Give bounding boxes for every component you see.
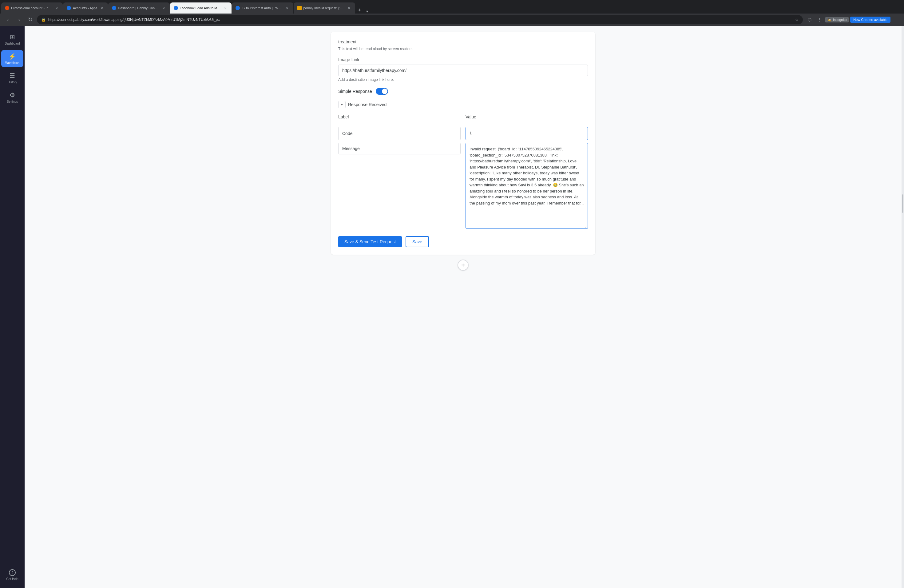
sidebar-item-get-help[interactable]: ? Get Help (1, 567, 24, 583)
message-value-textarea[interactable] (466, 143, 588, 229)
new-tab-button[interactable]: + (356, 7, 364, 14)
help-icon: ? (9, 569, 16, 576)
form-actions: Save & Send Test Request Save (338, 236, 588, 247)
tab-favicon (235, 6, 240, 10)
response-received-row: ▾ Response Received (338, 101, 588, 108)
dashboard-icon: ⊞ (10, 33, 15, 41)
tab-favicon (5, 6, 9, 10)
address-bar: ‹ › ↻ 🔒 https://connect.pabbly.com/workf… (0, 14, 904, 26)
incognito-icon: 🕵 (827, 18, 832, 22)
tab-ig-pinterest[interactable]: IG to Pinterest Auto | Pabb... ✕ (232, 2, 293, 14)
message-row (338, 143, 588, 229)
tab-favicon (297, 6, 302, 10)
chrome-menu-button[interactable]: ⋮ (892, 15, 900, 24)
tab-facebook-lead-ads[interactable]: Facebook Lead Ads to Ma... ✕ (170, 2, 232, 14)
label-value-headers: Label Value (338, 114, 588, 122)
save-send-test-button[interactable]: Save & Send Test Request (338, 236, 402, 247)
sidebar-item-label: Workflows (5, 61, 19, 65)
image-link-helper: Add a destination image link here. (338, 77, 588, 82)
truncated-text: treatment. (338, 40, 588, 44)
main-content: treatment. This text will be read aloud … (25, 26, 902, 588)
tab-bar: Professional account • Ins... ✕ Accounts… (0, 0, 904, 14)
app-layout: ⊞ Dashboard ⚡ Workflows ☰ History ⚙ Sett… (0, 26, 904, 588)
tab-label: Professional account • Ins... (11, 6, 52, 10)
menu-button[interactable]: ⋮ (815, 15, 824, 24)
simple-response-label: Simple Response (338, 89, 372, 94)
bottom-add-section: + (331, 254, 595, 275)
tab-close-button[interactable]: ✕ (54, 6, 59, 11)
tab-close-button[interactable]: ✕ (285, 6, 290, 11)
add-step-button[interactable]: + (458, 259, 469, 270)
image-link-input[interactable] (338, 65, 588, 76)
url-bar[interactable]: 🔒 https://connect.pabbly.com/workflow/ma… (37, 15, 803, 24)
image-link-label: Image Link (338, 57, 588, 62)
sidebar-item-settings[interactable]: ⚙ Settings (1, 89, 24, 106)
tab-label: Dashboard | Pabbly Conne... (118, 6, 159, 10)
sidebar-item-history[interactable]: ☰ History (1, 70, 24, 87)
bookmark-icon[interactable]: ☆ (795, 17, 798, 22)
form-card: treatment. This text will be read aloud … (331, 32, 595, 254)
tab-close-button[interactable]: ✕ (223, 6, 228, 11)
sidebar-item-label: Get Help (6, 577, 18, 581)
tab-professional-account[interactable]: Professional account • Ins... ✕ (1, 2, 63, 14)
settings-icon: ⚙ (9, 91, 15, 99)
message-label-input[interactable] (338, 143, 461, 154)
tab-close-button[interactable]: ✕ (99, 6, 104, 11)
tab-label: Facebook Lead Ads to Ma... (180, 6, 221, 10)
tab-label: Accounts - Apps (73, 6, 98, 10)
scrollbar[interactable] (902, 26, 904, 588)
sidebar-item-dashboard[interactable]: ⊞ Dashboard (1, 31, 24, 47)
code-label-input[interactable] (338, 127, 461, 140)
new-chrome-button[interactable]: New Chrome available (850, 17, 890, 23)
screen-reader-helper: This text will be read aloud by screen r… (338, 47, 588, 51)
tab-favicon (112, 6, 116, 10)
browser-chrome: Professional account • Ins... ✕ Accounts… (0, 0, 904, 26)
code-row (338, 127, 588, 140)
simple-response-toggle[interactable] (376, 88, 388, 95)
simple-response-row: Simple Response (338, 88, 588, 95)
sidebar-item-label: Dashboard (5, 42, 20, 45)
workflows-icon: ⚡ (9, 52, 16, 60)
content-area: treatment. This text will be read aloud … (325, 26, 601, 282)
forward-button[interactable]: › (15, 15, 24, 24)
incognito-label: Incognito (833, 18, 847, 22)
incognito-badge: 🕵 Incognito (825, 17, 849, 22)
tab-label: IG to Pinterest Auto | Pabb... (242, 6, 283, 10)
sidebar: ⊞ Dashboard ⚡ Workflows ☰ History ⚙ Sett… (0, 26, 25, 588)
tab-favicon (67, 6, 71, 10)
sidebar-item-workflows[interactable]: ⚡ Workflows (1, 50, 24, 67)
tab-accounts-apps[interactable]: Accounts - Apps ✕ (63, 2, 108, 14)
label-column-header: Label (338, 114, 461, 119)
tab-dashboard-pabbly[interactable]: Dashboard | Pabbly Conne... ✕ (108, 2, 170, 14)
tab-close-button[interactable]: ✕ (161, 6, 166, 11)
scrollbar-thumb[interactable] (902, 194, 903, 213)
code-value-input[interactable] (466, 127, 588, 140)
plus-icon: + (461, 262, 465, 269)
value-column-header: Value (466, 114, 588, 119)
sidebar-item-label: History (7, 81, 17, 84)
tab-favicon (174, 6, 178, 10)
save-button[interactable]: Save (406, 236, 429, 247)
url-text: https://connect.pabbly.com/workflow/mapp… (48, 17, 793, 22)
reload-button[interactable]: ↻ (26, 15, 35, 24)
tab-close-button[interactable]: ✕ (346, 6, 351, 11)
back-button[interactable]: ‹ (4, 15, 12, 24)
image-link-group: Image Link Add a destination image link … (338, 57, 588, 82)
lock-icon: 🔒 (41, 17, 46, 22)
sidebar-item-label: Settings (7, 100, 18, 103)
history-icon: ☰ (9, 72, 15, 79)
extension-button[interactable]: ⬡ (805, 15, 814, 24)
collapse-button[interactable]: ▾ (338, 101, 346, 108)
response-received-label: Response Received (348, 102, 387, 107)
tab-pabbly-invalid[interactable]: pabbly Invalid request: {'b... ✕ (294, 2, 355, 14)
tab-overflow-button[interactable]: ▾ (364, 9, 370, 14)
tab-label: pabbly Invalid request: {'b... (303, 6, 345, 10)
